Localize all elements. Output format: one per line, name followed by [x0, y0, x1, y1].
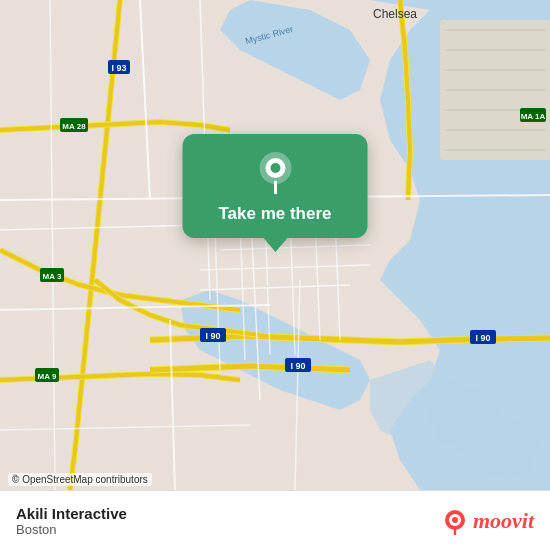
moovit-brand-text: moovit [473, 508, 534, 534]
footer-info: Akili Interactive Boston [16, 505, 127, 537]
map-view: I 93 MA 28 MA 3 MA 9 I 90 I 90 I 90 MA 1… [0, 0, 550, 490]
svg-text:I 90: I 90 [290, 361, 305, 371]
svg-text:I 90: I 90 [475, 333, 490, 343]
moovit-pin-icon [441, 507, 469, 535]
take-me-there-label: Take me there [218, 204, 331, 224]
footer-bar: Akili Interactive Boston moovit [0, 490, 550, 550]
svg-text:MA 3: MA 3 [43, 272, 62, 281]
svg-text:MA 28: MA 28 [62, 122, 86, 131]
svg-text:MA 1A: MA 1A [521, 112, 546, 121]
svg-point-49 [270, 163, 280, 173]
footer-title: Akili Interactive [16, 505, 127, 522]
location-pin-icon [253, 150, 297, 194]
svg-text:Chelsea: Chelsea [373, 7, 417, 21]
svg-text:I 93: I 93 [111, 63, 126, 73]
svg-text:MA 9: MA 9 [38, 372, 57, 381]
moovit-logo: moovit [441, 507, 534, 535]
footer-subtitle: Boston [16, 522, 127, 537]
take-me-there-card[interactable]: Take me there [183, 134, 368, 238]
svg-point-52 [452, 517, 458, 523]
svg-text:I 90: I 90 [205, 331, 220, 341]
osm-attribution: © OpenStreetMap contributors [8, 473, 152, 486]
